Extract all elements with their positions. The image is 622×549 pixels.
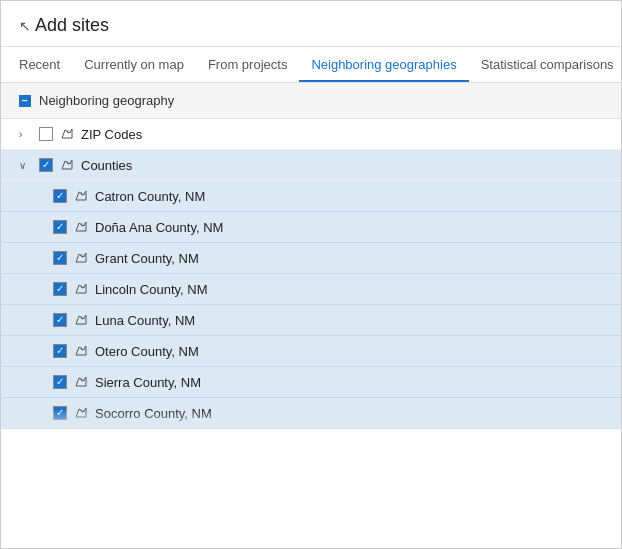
tree-item-otero[interactable]: ✓ Otero County, NM <box>1 336 621 367</box>
geo-icon <box>73 374 89 390</box>
checkbox[interactable]: ✓ <box>53 251 67 265</box>
checkbox[interactable]: ✓ <box>53 375 67 389</box>
expand-arrow[interactable]: › <box>19 129 33 140</box>
geo-icon <box>59 157 75 173</box>
tree-item-lincoln[interactable]: ✓ Lincoln County, NM <box>1 274 621 305</box>
tree-group-counties[interactable]: ∨ ✓ Counties <box>1 150 621 181</box>
geo-icon <box>73 250 89 266</box>
tab-currently-on-map[interactable]: Currently on map <box>72 47 196 82</box>
add-sites-panel: ↖ Add sites RecentCurrently on mapFrom p… <box>0 0 622 549</box>
panel-header: ↖ Add sites <box>1 1 621 47</box>
checkbox[interactable] <box>39 127 53 141</box>
item-label: Sierra County, NM <box>95 375 201 390</box>
tab-from-projects[interactable]: From projects <box>196 47 299 82</box>
content-area: − Neighboring geography › ZIP Codes ∨ ✓ … <box>1 83 621 548</box>
section-header: − Neighboring geography <box>1 83 621 119</box>
item-label: Luna County, NM <box>95 313 195 328</box>
checkbox[interactable]: ✓ <box>53 189 67 203</box>
child-group-counties: ✓ Catron County, NM ✓ Doña Ana County, N… <box>1 181 621 429</box>
tab-neighboring-geographies[interactable]: Neighboring geographies <box>299 47 468 82</box>
geo-icon <box>73 281 89 297</box>
item-label: Catron County, NM <box>95 189 205 204</box>
item-label: Otero County, NM <box>95 344 199 359</box>
checkbox[interactable]: ✓ <box>53 344 67 358</box>
geography-tree: › ZIP Codes ∨ ✓ Counties ✓ Catron County… <box>1 119 621 429</box>
geo-icon <box>73 219 89 235</box>
tab-bar: RecentCurrently on mapFrom projectsNeigh… <box>1 47 621 83</box>
group-label: ZIP Codes <box>81 127 142 142</box>
tree-item-grant[interactable]: ✓ Grant County, NM <box>1 243 621 274</box>
tab-statistical-comparisons[interactable]: Statistical comparisons <box>469 47 622 82</box>
collapse-icon[interactable]: − <box>19 95 31 107</box>
tree-item-socorro[interactable]: ✓ Socorro County, NM <box>1 398 621 429</box>
title-text: Add sites <box>35 15 109 36</box>
expand-arrow[interactable]: ∨ <box>19 160 33 171</box>
tree-item-sierra[interactable]: ✓ Sierra County, NM <box>1 367 621 398</box>
checkbox[interactable]: ✓ <box>39 158 53 172</box>
group-label: Counties <box>81 158 132 173</box>
tree-item-catron[interactable]: ✓ Catron County, NM <box>1 181 621 212</box>
tab-recent[interactable]: Recent <box>19 47 72 82</box>
item-label: Socorro County, NM <box>95 406 212 421</box>
checkbox[interactable]: ✓ <box>53 313 67 327</box>
section-title: Neighboring geography <box>39 93 174 108</box>
tree-item-dona-ana[interactable]: ✓ Doña Ana County, NM <box>1 212 621 243</box>
item-label: Doña Ana County, NM <box>95 220 223 235</box>
tree-item-luna[interactable]: ✓ Luna County, NM <box>1 305 621 336</box>
checkbox[interactable]: ✓ <box>53 282 67 296</box>
geo-icon <box>59 126 75 142</box>
tree-group-zip-codes[interactable]: › ZIP Codes <box>1 119 621 150</box>
geo-icon <box>73 405 89 421</box>
item-label: Lincoln County, NM <box>95 282 207 297</box>
checkbox[interactable]: ✓ <box>53 406 67 420</box>
checkbox[interactable]: ✓ <box>53 220 67 234</box>
item-label: Grant County, NM <box>95 251 199 266</box>
geo-icon <box>73 312 89 328</box>
geo-icon <box>73 343 89 359</box>
cursor-icon: ↖ <box>19 18 31 34</box>
geo-icon <box>73 188 89 204</box>
panel-title: ↖ Add sites <box>19 15 603 36</box>
